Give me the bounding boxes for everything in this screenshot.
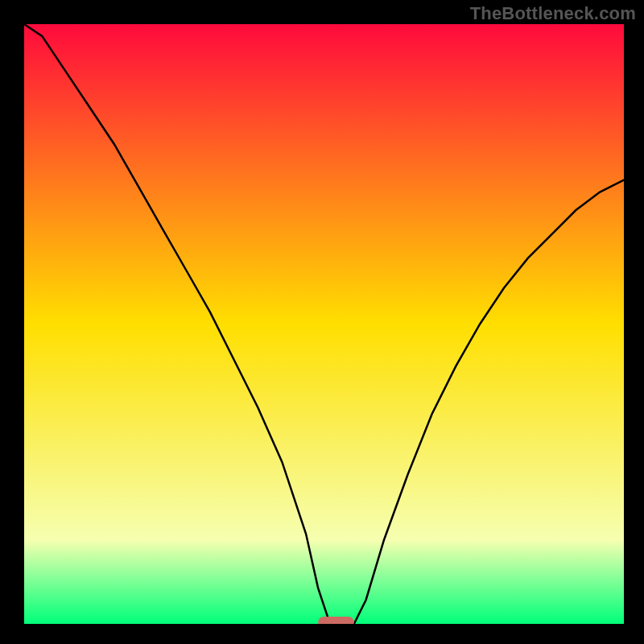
bottleneck-plot: [24, 24, 624, 624]
plot-svg: [24, 24, 624, 624]
optimum-marker: [318, 617, 354, 624]
chart-frame: TheBottleneck.com: [0, 0, 644, 644]
plot-background: [24, 24, 624, 624]
watermark-text: TheBottleneck.com: [470, 3, 636, 24]
